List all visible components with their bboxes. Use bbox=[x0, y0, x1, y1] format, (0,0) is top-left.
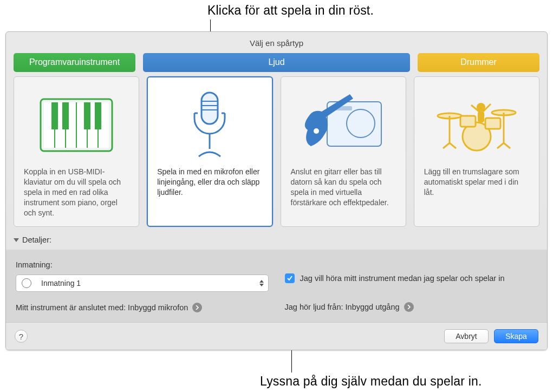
create-button[interactable]: Skapa bbox=[494, 329, 538, 343]
mono-channel-icon bbox=[22, 278, 31, 288]
svg-rect-32 bbox=[485, 118, 500, 129]
callout-bottom-text: Lyssna på dig själv medan du spelar in. bbox=[260, 374, 482, 389]
card-drummer-desc: Lägg till en trumslagare som automatiskt… bbox=[424, 167, 529, 198]
callout-top-text: Klicka för att spela in din röst. bbox=[207, 3, 374, 18]
cancel-button[interactable]: Avbryt bbox=[444, 329, 489, 343]
svg-rect-7 bbox=[51, 102, 58, 129]
svg-line-28 bbox=[497, 143, 504, 148]
track-type-tabs: Programvaruinstrument Ljud Drummer bbox=[6, 53, 547, 76]
connected-with-go-button[interactable] bbox=[192, 303, 202, 312]
card-software-desc: Koppla in en USB-MIDI-klaviatur om du vi… bbox=[24, 167, 129, 218]
monitor-checkbox-label: Jag vill höra mitt instrument medan jag … bbox=[300, 273, 505, 284]
panel-title: Välj en spårtyp bbox=[6, 32, 547, 53]
card-software-instrument[interactable]: Koppla in en USB-MIDI-klaviatur om du vi… bbox=[14, 76, 139, 227]
details-header-label: Detaljer: bbox=[22, 236, 51, 244]
input-dropdown[interactable]: Inmatning 1 bbox=[16, 275, 269, 292]
hear-from-text: Jag hör ljud från: Inbyggd utgång bbox=[285, 303, 400, 311]
monitor-checkbox[interactable] bbox=[285, 273, 295, 283]
tab-audio[interactable]: Ljud bbox=[143, 53, 410, 72]
details-left-column: Inmatning: Inmatning 1 Mitt instrument ä… bbox=[16, 260, 269, 312]
svg-rect-8 bbox=[62, 102, 69, 129]
card-microphone-desc: Spela in med en mikrofon eller linjeingå… bbox=[157, 167, 262, 198]
connected-with-text: Mitt instrument är anslutet med: Inbyggd… bbox=[16, 303, 188, 312]
dropdown-arrows-icon bbox=[258, 278, 265, 288]
track-type-cards: Koppla in en USB-MIDI-klaviatur om du vi… bbox=[6, 76, 547, 233]
input-dropdown-value: Inmatning 1 bbox=[41, 279, 81, 288]
card-guitar[interactable]: Anslut en gitarr eller bas till datorn s… bbox=[281, 76, 406, 227]
microphone-icon bbox=[157, 87, 262, 162]
tab-software-instrument[interactable]: Programvaruinstrument bbox=[14, 53, 135, 72]
svg-rect-11 bbox=[201, 93, 218, 124]
panel-footer: ? Avbryt Skapa bbox=[6, 322, 547, 350]
tab-drummer[interactable]: Drummer bbox=[418, 53, 539, 72]
new-track-panel: Välj en spårtyp Programvaruinstrument Lj… bbox=[5, 31, 548, 350]
drummer-icon bbox=[424, 87, 529, 162]
help-button[interactable]: ? bbox=[15, 330, 28, 343]
input-label: Inmatning: bbox=[16, 260, 269, 269]
svg-line-29 bbox=[504, 143, 510, 148]
details-body: Inmatning: Inmatning 1 Mitt instrument ä… bbox=[6, 250, 547, 322]
hear-from-go-button[interactable] bbox=[404, 302, 414, 312]
disclosure-triangle-icon bbox=[14, 238, 19, 242]
card-drummer[interactable]: Lägg till en trumslagare som automatiskt… bbox=[414, 76, 539, 227]
card-guitar-desc: Anslut en gitarr eller bas till datorn s… bbox=[291, 167, 396, 208]
details-right-column: Jag vill höra mitt instrument medan jag … bbox=[285, 260, 538, 312]
svg-rect-31 bbox=[460, 116, 476, 127]
svg-rect-10 bbox=[95, 102, 101, 129]
svg-point-21 bbox=[314, 128, 319, 134]
details-disclosure[interactable]: Detaljer: bbox=[6, 233, 547, 250]
svg-rect-9 bbox=[84, 102, 90, 129]
svg-line-25 bbox=[450, 143, 456, 148]
piano-keys-icon bbox=[24, 87, 129, 162]
card-microphone[interactable]: Spela in med en mikrofon eller linjeingå… bbox=[147, 76, 272, 227]
guitar-amp-icon bbox=[291, 87, 396, 162]
svg-line-24 bbox=[443, 143, 450, 148]
